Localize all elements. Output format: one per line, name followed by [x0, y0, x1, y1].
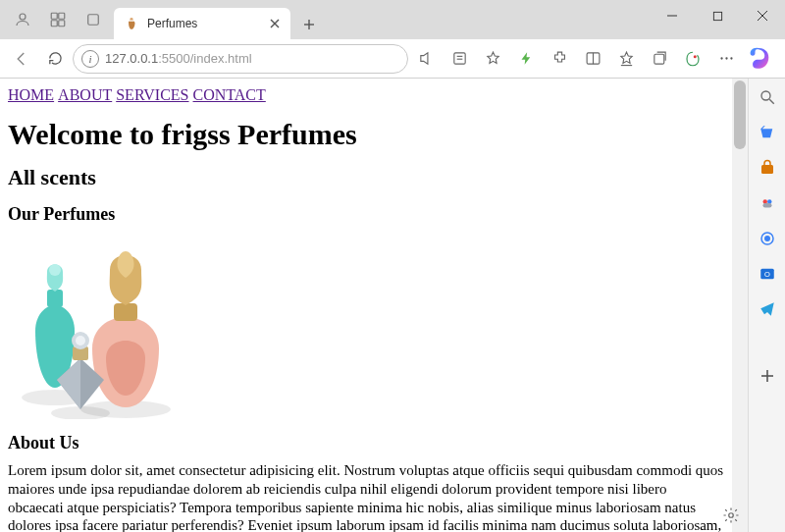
svg-rect-39	[762, 203, 771, 208]
nav-link-home[interactable]: HOME	[8, 86, 54, 103]
svg-rect-1	[51, 13, 57, 19]
sidebar-shopping-icon[interactable]	[757, 122, 778, 143]
url-text: 127.0.0.1:5500/index.html	[105, 51, 399, 66]
wallet-icon[interactable]	[677, 43, 708, 75]
favicon-icon	[124, 16, 139, 31]
minimize-button[interactable]	[650, 0, 695, 31]
svg-text:O: O	[764, 270, 770, 279]
perfume-image	[8, 233, 184, 419]
edge-sidebar: O	[748, 79, 785, 532]
url-host: 127.0.0.1	[105, 51, 158, 66]
about-body-text: Lorem ipsum dolor sit, amet consectetur …	[8, 461, 724, 532]
svg-rect-4	[59, 21, 65, 27]
svg-rect-26	[47, 290, 63, 307]
more-menu-icon[interactable]	[710, 43, 742, 75]
refresh-button[interactable]	[39, 43, 71, 75]
titlebar-left	[0, 0, 110, 39]
sidebar-telegram-icon[interactable]	[757, 298, 778, 320]
sidebar-search-icon[interactable]	[757, 86, 778, 108]
extensions-icon[interactable]	[544, 43, 575, 75]
nav-link-contact[interactable]: CONTACT	[193, 86, 266, 103]
svg-rect-29	[114, 303, 137, 321]
svg-point-21	[694, 55, 697, 58]
collections-icon[interactable]	[644, 43, 675, 75]
tab-close-button[interactable]	[267, 16, 283, 31]
svg-rect-2	[59, 13, 65, 19]
back-button[interactable]	[6, 43, 37, 75]
performance-icon[interactable]	[510, 43, 542, 75]
maximize-button[interactable]	[695, 0, 740, 31]
svg-point-27	[49, 264, 61, 276]
site-info-icon[interactable]: i	[81, 50, 99, 68]
sidebar-outlook-icon[interactable]: O	[757, 263, 778, 285]
vertical-scrollbar[interactable]	[732, 79, 748, 532]
svg-point-46	[729, 513, 734, 518]
svg-point-23	[725, 57, 727, 59]
nav-link-about[interactable]: ABOUT	[58, 86, 112, 103]
sidebar-games-icon[interactable]	[757, 192, 778, 214]
workspaces-icon[interactable]	[41, 3, 75, 36]
browser-toolbar: i 127.0.0.1:5500/index.html	[0, 39, 785, 79]
tab-actions-icon[interactable]	[77, 3, 110, 36]
nav-link-services[interactable]: SERVICES	[116, 86, 188, 103]
address-bar[interactable]: i 127.0.0.1:5500/index.html	[73, 44, 408, 74]
section-products-heading: Our Perfumes	[8, 204, 724, 225]
tab-strip: Perfumes	[114, 0, 650, 39]
sidebar-camera-icon[interactable]	[757, 228, 778, 249]
svg-rect-36	[761, 165, 773, 174]
site-nav: HOME ABOUT SERVICES CONTACT	[8, 86, 724, 104]
scrollbar-thumb[interactable]	[734, 80, 746, 149]
svg-point-33	[76, 336, 85, 346]
split-screen-icon[interactable]	[577, 43, 608, 75]
svg-rect-3	[51, 21, 57, 27]
svg-rect-14	[453, 53, 464, 64]
svg-point-24	[730, 57, 732, 59]
client-area: HOME ABOUT SERVICES CONTACT Welcome to f…	[0, 79, 785, 532]
settings-gear-icon[interactable]	[720, 505, 742, 526]
sidebar-add-icon[interactable]	[757, 365, 778, 387]
svg-line-35	[769, 99, 774, 104]
page-subtitle: All scents	[8, 165, 724, 190]
window-titlebar: Perfumes	[0, 0, 785, 39]
profile-icon[interactable]	[6, 3, 39, 36]
window-controls	[650, 0, 785, 39]
url-path: :5500/index.html	[158, 51, 251, 66]
page-title: Welcome to frigss Perfumes	[8, 118, 724, 151]
tab-title: Perfumes	[147, 17, 259, 30]
section-about-heading: About Us	[8, 433, 724, 453]
read-aloud-icon[interactable]	[410, 43, 442, 75]
close-window-button[interactable]	[740, 0, 785, 31]
copilot-icon[interactable]	[744, 41, 779, 77]
sidebar-tools-icon[interactable]	[757, 157, 778, 179]
page-content: HOME ABOUT SERVICES CONTACT Welcome to f…	[0, 79, 732, 532]
svg-point-41	[764, 237, 769, 241]
reader-icon[interactable]	[444, 43, 475, 75]
new-tab-button[interactable]	[294, 10, 324, 39]
svg-rect-11	[713, 12, 721, 20]
svg-rect-20	[654, 54, 663, 64]
favorites-hub-icon[interactable]	[610, 43, 642, 75]
svg-point-0	[20, 14, 26, 20]
svg-rect-5	[88, 15, 99, 26]
browser-tab-active[interactable]: Perfumes	[114, 8, 290, 39]
svg-point-34	[761, 91, 770, 100]
svg-point-22	[720, 57, 722, 59]
toolbar-right-icons	[410, 41, 779, 77]
favorite-star-icon[interactable]	[477, 43, 508, 75]
viewport: HOME ABOUT SERVICES CONTACT Welcome to f…	[0, 79, 748, 532]
